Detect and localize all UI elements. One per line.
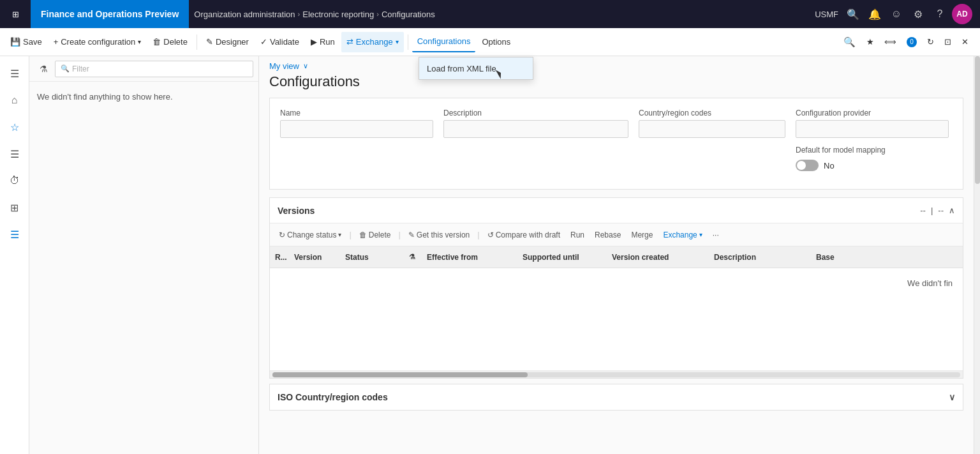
validate-icon: ✓ — [260, 37, 267, 47]
col-header-supported[interactable]: Supported until — [517, 253, 607, 262]
breadcrumb-org-admin[interactable]: Organization administration — [194, 10, 295, 19]
versions-toolbar: ↻ Change status ▾ | 🗑 Delete | ✎ Get thi… — [270, 223, 963, 246]
sidebar-menu-icon[interactable]: ☰ — [3, 61, 27, 86]
description-label: Description — [443, 109, 628, 117]
main-layout: ☰ ⌂ ☆ ☰ ⏱ ⊞ ☰ ⚗ 🔍 Filter We didn't find … — [0, 56, 980, 454]
sidebar-home-icon[interactable]: ⌂ — [3, 88, 27, 112]
scrollbar-thumb[interactable] — [272, 372, 528, 377]
col-header-created[interactable]: Version created — [607, 253, 709, 262]
configurations-tab[interactable]: Configurations — [412, 32, 476, 52]
breadcrumb-electronic-reporting[interactable]: Electronic reporting — [302, 10, 374, 19]
load-from-xml-item[interactable]: Load from XML file — [419, 57, 533, 79]
create-config-button[interactable]: + Create configuration ▾ — [48, 32, 147, 52]
filter-placeholder: Filter — [72, 64, 89, 73]
global-search-icon[interactable]: 🔍 — [843, 4, 863, 24]
designer-button[interactable]: ✎ Designer — [201, 32, 254, 52]
versions-header-right: -- | -- ∧ — [920, 206, 955, 215]
versions-dash-1: -- — [920, 206, 926, 215]
exchange-dropdown: Load from XML file — [419, 57, 533, 80]
view-header: My view ∨ — [259, 56, 974, 73]
favorites-icon[interactable]: ★ — [863, 32, 878, 52]
run-button[interactable]: ▶ Run — [306, 32, 340, 52]
name-input[interactable] — [280, 120, 433, 138]
compare-draft-button[interactable]: ↺ Compare with draft — [484, 227, 564, 243]
options-tab[interactable]: Options — [477, 32, 516, 52]
ver-delete-icon: 🗑 — [359, 231, 367, 239]
validate-button[interactable]: ✓ Validate — [255, 32, 304, 52]
delete-button[interactable]: 🗑 Delete — [147, 32, 193, 52]
country-input[interactable] — [639, 120, 785, 138]
ver-run-button[interactable]: Run — [567, 227, 588, 243]
col-header-version[interactable]: Version — [289, 253, 340, 262]
scrollbar-v-track[interactable] — [974, 56, 980, 454]
scrollbar-v-thumb[interactable] — [975, 56, 980, 184]
col-header-status[interactable]: Status — [340, 253, 404, 262]
filter-button[interactable]: ⚗ — [34, 60, 52, 78]
sidebar-recent-icon[interactable]: ☰ — [3, 142, 27, 166]
toolbar-search-button[interactable]: 🔍 — [840, 33, 859, 52]
form-row-1: Name Description Country/region codes Co… — [280, 109, 953, 138]
notifications-icon[interactable]: 🔔 — [865, 4, 884, 24]
refresh-icon[interactable]: ↻ — [923, 32, 938, 52]
personalize-icon[interactable]: ⟺ — [880, 32, 900, 52]
name-field: Name — [280, 109, 433, 138]
view-chevron-icon[interactable]: ∨ — [303, 62, 308, 70]
toolbar-separator-1 — [197, 34, 197, 50]
iso-header[interactable]: ISO Country/region codes ∨ — [270, 384, 963, 410]
change-status-button[interactable]: ↻ Change status ▾ — [275, 227, 345, 243]
settings-icon[interactable]: ⚙ — [909, 4, 928, 24]
col-header-base[interactable]: Base — [811, 253, 887, 262]
content-area: My view ∨ Configurations Name Descriptio… — [259, 56, 974, 454]
compare-icon: ↺ — [487, 231, 494, 239]
breadcrumb-sep-1: › — [298, 10, 301, 18]
exchange-button[interactable]: ⇄ Exchange ▾ — [341, 32, 404, 52]
ver-delete-button[interactable]: 🗑 Delete — [355, 227, 395, 243]
search-icon: 🔍 — [61, 64, 70, 73]
view-selector[interactable]: My view — [269, 61, 299, 71]
scrollbar-track[interactable] — [272, 372, 960, 377]
col-header-effective[interactable]: Effective from — [422, 253, 517, 262]
sidebar-workspace-icon[interactable]: ⊞ — [3, 195, 27, 220]
horizontal-scrollbar[interactable] — [270, 370, 963, 378]
create-chevron-icon: ▾ — [138, 38, 141, 45]
close-icon[interactable]: ✕ — [958, 32, 972, 52]
col-header-filter[interactable]: ⚗ — [404, 253, 422, 261]
right-scrollbar[interactable] — [974, 56, 980, 454]
iso-collapse-icon[interactable]: ∨ — [949, 392, 955, 402]
country-label: Country/region codes — [639, 109, 785, 117]
col-header-description[interactable]: Description — [709, 253, 811, 262]
help-icon[interactable]: ? — [930, 4, 949, 24]
feedback-icon[interactable]: ☺ — [887, 4, 906, 24]
change-status-icon: ↻ — [279, 231, 285, 239]
country-field: Country/region codes — [639, 109, 785, 138]
left-panel-toolbar: ⚗ 🔍 Filter — [29, 56, 258, 82]
rebase-button[interactable]: Rebase — [591, 227, 625, 243]
ver-exchange-button[interactable]: Exchange ▾ — [659, 227, 706, 243]
filter-search-box[interactable]: 🔍 Filter — [55, 61, 253, 77]
get-version-button[interactable]: ✎ Get this version — [405, 227, 473, 243]
open-new-icon[interactable]: ⊡ — [940, 32, 955, 52]
description-input[interactable] — [443, 120, 628, 138]
breadcrumb-configurations[interactable]: Configurations — [382, 10, 435, 19]
default-mapping-toggle[interactable] — [796, 160, 819, 171]
versions-table: R... Version Status ⚗ Effective from — [270, 246, 963, 370]
toggle-value: No — [824, 161, 835, 170]
provider-input[interactable] — [796, 120, 949, 138]
versions-collapse-icon[interactable]: ∧ — [949, 206, 955, 215]
default-mapping-field: Default for model mapping No — [796, 146, 886, 171]
save-button[interactable]: 💾 Save — [5, 32, 47, 52]
sidebar-filter-icon[interactable]: ☆ — [3, 115, 27, 139]
col-header-r: R... — [270, 253, 289, 262]
app-title: Finance and Operations Preview — [31, 0, 189, 28]
action-toolbar: 💾 Save + Create configuration ▾ 🗑 Delete… — [0, 28, 980, 56]
badge-icon[interactable]: 0 — [903, 32, 921, 52]
name-label: Name — [280, 109, 433, 117]
top-bar-right: USMF 🔍 🔔 ☺ ⚙ ? AD — [807, 4, 980, 24]
sidebar-list-icon[interactable]: ☰ — [3, 222, 27, 246]
merge-button[interactable]: Merge — [627, 227, 657, 243]
sidebar-calendar-icon[interactable]: ⏱ — [3, 169, 27, 193]
more-actions-button[interactable]: ··· — [709, 227, 723, 243]
user-avatar[interactable]: AD — [952, 4, 972, 24]
apps-button[interactable]: ⊞ — [0, 0, 31, 28]
table-body: We didn't fin — [270, 268, 963, 370]
